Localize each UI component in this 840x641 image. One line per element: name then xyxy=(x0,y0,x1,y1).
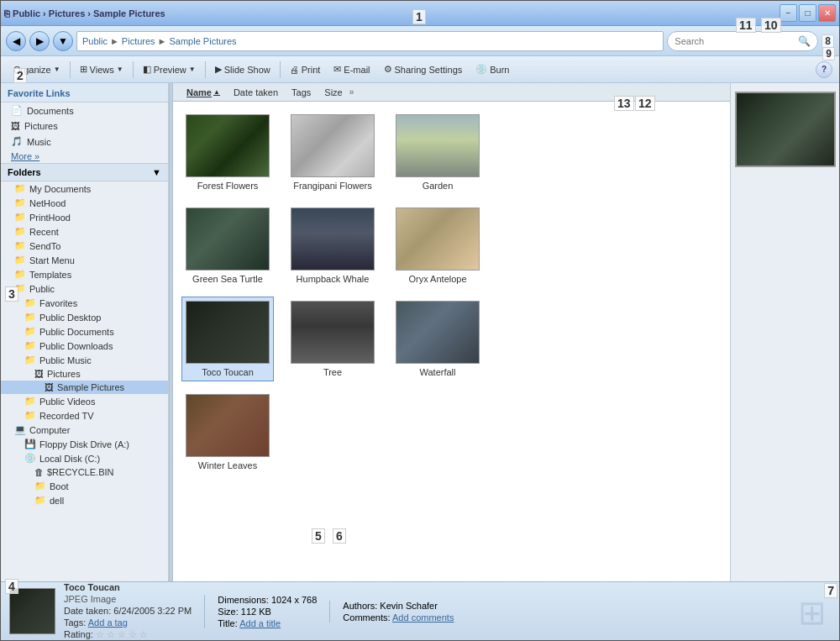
email-icon: ✉ xyxy=(333,64,341,75)
thumb-tree[interactable]: Tree xyxy=(286,297,379,381)
status-rating-stars[interactable]: ☆ ☆ ☆ ☆ ☆ xyxy=(96,629,148,639)
col-header-tags[interactable]: Tags xyxy=(285,86,318,99)
more-cols-button[interactable]: » xyxy=(349,87,354,97)
forward-icon: ▶ xyxy=(36,35,44,47)
print-button[interactable]: 🖨 Print xyxy=(284,60,327,80)
forward-button[interactable]: ▶ xyxy=(29,31,50,51)
folder-favorites[interactable]: 📁 Favorites xyxy=(1,296,168,310)
folder-pictures-label: Pictures xyxy=(47,369,81,379)
status-title-row[interactable]: Title: Add a title xyxy=(218,618,317,628)
breadcrumb-segment-3[interactable]: Sample Pictures xyxy=(170,36,237,46)
sharing-button[interactable]: ⚙ Sharing Settings xyxy=(378,60,469,80)
folder-public-music-label: Public Music xyxy=(39,355,92,365)
col-name-label: Name xyxy=(186,87,212,97)
thumb-frangipani-flowers[interactable]: Frangipani Flowers xyxy=(286,110,379,195)
breadcrumb-segment-2[interactable]: Pictures xyxy=(122,36,155,46)
folder-floppy-label: Floppy Disk Drive (A:) xyxy=(39,439,129,449)
folder-icon: 📁 xyxy=(14,226,26,237)
folder-sendto[interactable]: 📁 SendTo xyxy=(1,239,168,253)
thumb-toco-toucan[interactable]: Toco Toucan xyxy=(181,297,274,381)
thumb-row-1: Forest Flowers Frangipani Flowers Garden xyxy=(181,110,722,195)
thumb-green-sea-turtle[interactable]: Green Sea Turtle xyxy=(181,203,274,288)
folder-icon: 📁 xyxy=(24,396,36,407)
folder-public-desktop[interactable]: 📁 Public Desktop xyxy=(1,310,168,324)
status-tags-row[interactable]: Tags: Add a tag xyxy=(64,617,192,628)
status-date-value: 6/24/2005 3:22 PM xyxy=(113,606,192,616)
views-button[interactable]: ⊞ Views ▼ xyxy=(74,60,129,80)
folder-public[interactable]: 📁 Public xyxy=(1,281,168,296)
folder-public-documents[interactable]: 📁 Public Documents xyxy=(1,324,168,339)
more-favorites-link[interactable]: More » xyxy=(1,150,168,163)
folder-start-menu[interactable]: 📁 Start Menu xyxy=(1,253,168,267)
folder-public-downloads[interactable]: 📁 Public Downloads xyxy=(1,339,168,353)
back-button[interactable]: ◀ xyxy=(6,31,26,51)
col-header-name[interactable]: Name ▲ xyxy=(180,86,227,99)
folder-public-videos[interactable]: 📁 Public Videos xyxy=(1,394,168,408)
favorite-music[interactable]: 🎵 Music xyxy=(1,134,168,150)
main-window: ⎘ Public › Pictures › Sample Pictures − … xyxy=(0,0,840,641)
thumbnails-area: Forest Flowers Frangipani Flowers Garden xyxy=(173,102,730,581)
status-rating-row: Rating: ☆ ☆ ☆ ☆ ☆ xyxy=(64,629,192,640)
email-button[interactable]: ✉ E-mail xyxy=(328,60,375,80)
recent-button[interactable]: ▼ xyxy=(53,31,73,51)
slideshow-button[interactable]: ▶ Slide Show xyxy=(209,60,276,80)
folder-recent[interactable]: 📁 Recent xyxy=(1,224,168,239)
status-tags-value[interactable]: Add a tag xyxy=(88,617,128,628)
thumb-garden[interactable]: Garden xyxy=(391,110,484,195)
views-arrow: ▼ xyxy=(117,66,123,73)
burn-button[interactable]: 💿 Burn xyxy=(470,60,515,80)
favorite-pictures[interactable]: 🖼 Pictures xyxy=(1,118,168,134)
favorite-documents[interactable]: 📄 Documents xyxy=(1,102,168,118)
status-title-value[interactable]: Add a title xyxy=(239,618,281,628)
status-tags: Date taken: 6/24/2005 3:22 PM xyxy=(64,606,192,616)
folder-templates[interactable]: 📁 Templates xyxy=(1,267,168,281)
col-size-label: Size xyxy=(324,87,342,97)
preview-button[interactable]: ◧ Preview ▼ xyxy=(137,60,202,80)
thumb-label-garden: Garden xyxy=(423,181,454,191)
folder-computer[interactable]: 💻 Computer xyxy=(1,423,168,437)
folder-boot[interactable]: 📁 Boot xyxy=(1,479,168,493)
status-authors-label: Authors: xyxy=(343,601,377,611)
folder-sample-pictures[interactable]: 🖼 Sample Pictures xyxy=(1,381,168,394)
maximize-button[interactable]: □ xyxy=(799,4,816,22)
toolbar-separator-1 xyxy=(70,61,71,78)
breadcrumb[interactable]: Public ► Pictures ► Sample Pictures xyxy=(76,31,664,51)
col-header-size[interactable]: Size xyxy=(318,86,349,99)
close-button[interactable]: ✕ xyxy=(818,4,836,22)
preview-panel xyxy=(730,83,839,581)
toolbar: Organize ▼ ⊞ Views ▼ ◧ Preview ▼ ▶ Slide… xyxy=(1,56,839,83)
thumb-winter-leaves[interactable]: Winter Leaves xyxy=(181,390,274,475)
thumb-label-forest-flowers: Forest Flowers xyxy=(197,181,259,191)
folder-recorded-tv[interactable]: 📁 Recorded TV xyxy=(1,408,168,423)
thumb-label-tree: Tree xyxy=(323,367,342,377)
status-authors-value: Kevin Schafer xyxy=(380,601,437,611)
search-input[interactable] xyxy=(675,36,795,46)
breadcrumb-segment-1[interactable]: Public xyxy=(82,36,108,46)
folder-floppy[interactable]: 💾 Floppy Disk Drive (A:) xyxy=(1,437,168,451)
folder-my-documents[interactable]: 📁 My Documents xyxy=(1,181,168,196)
folder-public-music[interactable]: 📁 Public Music xyxy=(1,353,168,367)
minimize-button[interactable]: − xyxy=(780,4,797,22)
folder-dell[interactable]: 📁 dell xyxy=(1,493,168,507)
folder-printhood[interactable]: 📁 PrintHood xyxy=(1,210,168,224)
thumb-waterfall[interactable]: Waterfall xyxy=(391,297,484,381)
help-button[interactable]: ? xyxy=(816,61,832,78)
col-header-date-taken[interactable]: Date taken xyxy=(227,86,285,99)
folder-local-disk[interactable]: 💿 Local Disk (C:) xyxy=(1,451,168,465)
folders-section-header[interactable]: Folders ▼ xyxy=(1,163,168,181)
col-name-sort-icon: ▲ xyxy=(213,88,220,96)
folder-recycle-bin[interactable]: 🗑 $RECYCLE.BIN xyxy=(1,465,168,479)
thumb-humpback-whale[interactable]: Humpback Whale xyxy=(286,203,379,288)
thumb-oryx-antelope[interactable]: Oryx Antelope xyxy=(391,203,484,288)
folder-dell-label: dell xyxy=(50,496,64,506)
folder-start-menu-label: Start Menu xyxy=(29,255,75,265)
folder-public-desktop-label: Public Desktop xyxy=(39,313,101,323)
label-8: 8 xyxy=(822,34,834,48)
folder-pictures[interactable]: 🖼 Pictures xyxy=(1,367,168,381)
search-bar[interactable]: 🔍 xyxy=(667,31,818,51)
status-comments-row[interactable]: Comments: Add comments xyxy=(343,612,454,623)
label-3: 3 xyxy=(5,286,18,302)
thumb-forest-flowers[interactable]: Forest Flowers xyxy=(181,110,274,195)
status-comments-value[interactable]: Add comments xyxy=(392,612,454,623)
folder-nethood[interactable]: 📁 NetHood xyxy=(1,196,168,210)
